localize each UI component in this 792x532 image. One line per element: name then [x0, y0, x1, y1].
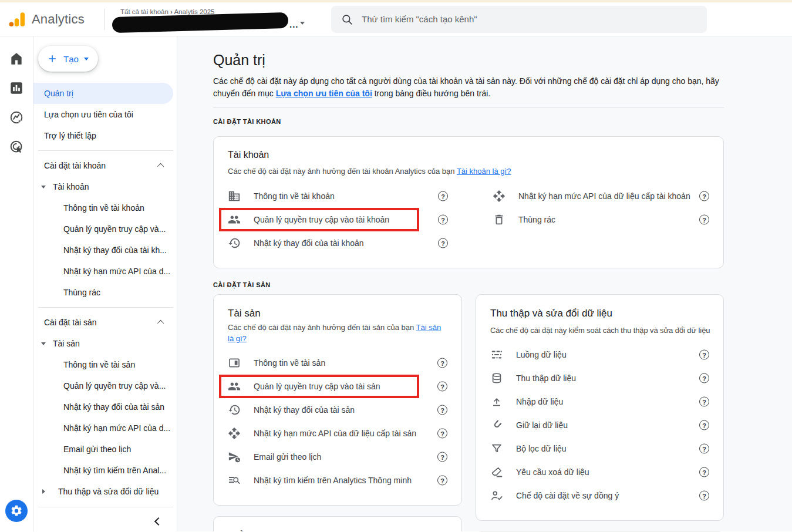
help-icon[interactable]: ? — [699, 467, 709, 477]
search-list-icon — [228, 474, 242, 487]
chevron-up-icon — [157, 320, 164, 326]
sidebar-item-analytics-search-history[interactable]: Nhật ký tìm kiếm trên Anal... — [33, 460, 177, 481]
collapse-sidebar-icon[interactable] — [154, 517, 163, 526]
item-label: Chế độ cài đặt về sự đồng ý — [516, 491, 619, 500]
help-icon[interactable]: ? — [437, 476, 447, 486]
home-icon[interactable] — [9, 51, 24, 66]
page-title: Quản trị — [213, 50, 724, 69]
data-filters-item[interactable]: Bộ lọc dữ liệu ? — [490, 437, 709, 460]
help-icon[interactable]: ? — [699, 191, 709, 201]
property-card-desc: Các chế độ cài đặt này ảnh hưởng đến tài… — [228, 322, 447, 344]
admin-gear-icon[interactable] — [5, 500, 28, 522]
item-label: Nhật ký thay đổi của tài sản — [254, 405, 355, 415]
help-icon[interactable]: ? — [437, 358, 447, 368]
data-import-item[interactable]: Nhập dữ liệu ? — [490, 390, 709, 413]
help-icon[interactable]: ? — [437, 452, 447, 462]
sidebar-section-property-settings[interactable]: Cài đặt tài sản — [33, 312, 177, 333]
property-card-title: Tài sản — [228, 308, 447, 319]
sidebar-item-trash-can[interactable]: Thùng rác — [33, 282, 177, 303]
sidebar-item-account-change-history[interactable]: Nhật ký thay đổi của tài kh... — [33, 240, 177, 261]
sidebar-item-account-api-quota[interactable]: Nhật ký hạn mức API của d... — [33, 261, 177, 282]
help-icon[interactable]: ? — [699, 350, 709, 360]
analytics-search-history-item[interactable]: Nhật ký tìm kiếm trên Analytics Thông mi… — [228, 469, 447, 492]
advertising-icon[interactable] — [9, 139, 24, 154]
sidebar-item-scheduled-emails[interactable]: Email gửi theo lịch — [33, 439, 177, 460]
sidebar-item-account[interactable]: Tài khoản — [33, 176, 177, 197]
account-switcher[interactable]: Tất cả tài khoản › Analytis 2025 ... — [112, 8, 315, 31]
sidebar-item-property[interactable]: Tài sản — [33, 333, 177, 354]
consent-settings-item[interactable]: Chế độ cài đặt về sự đồng ý ? — [490, 484, 709, 507]
item-label: Quản lý quyền truy cập vào tài sản — [254, 382, 380, 391]
item-label: Bộ lọc dữ liệu — [516, 444, 567, 453]
data-collection-card-desc: Các chế độ cài đặt này kiểm soát cách th… — [490, 325, 709, 336]
help-icon[interactable]: ? — [438, 191, 448, 201]
chevron-down-icon[interactable] — [300, 22, 305, 25]
building-icon — [228, 190, 242, 203]
search-icon — [341, 13, 353, 26]
sidebar-item-account-details[interactable]: Thông tin về tài khoản — [33, 197, 177, 218]
property-api-quota-item[interactable]: Nhật ký hạn mức API của dữ liệu cấp tài … — [228, 422, 447, 445]
help-icon[interactable]: ? — [437, 405, 447, 415]
account-change-history-item[interactable]: Nhật ký thay đổi của tài khoản ? — [228, 231, 448, 255]
reports-icon[interactable] — [9, 80, 24, 96]
data-retention-item[interactable]: Giữ lại dữ liệu ? — [490, 413, 709, 437]
property-change-history-item[interactable]: Nhật ký thay đổi của tài sản ? — [228, 398, 447, 422]
my-preferences-link[interactable]: Lựa chọn ưu tiên của tôi — [276, 89, 372, 98]
sidebar-item-label: Quản lý quyền truy cập và... — [63, 381, 166, 390]
history-icon — [228, 403, 242, 416]
property-access-management-item[interactable]: Quản lý quyền truy cập vào tài sản ? — [228, 375, 447, 398]
item-label: Giữ lại dữ liệu — [516, 420, 568, 430]
trash-can-item[interactable]: Thùng rác ? — [493, 208, 709, 231]
redacted-account-name — [112, 12, 289, 32]
divider — [213, 107, 724, 108]
help-icon[interactable]: ? — [699, 397, 709, 407]
account-access-management-item[interactable]: Quản lý quyền truy cập vào tài khoản ? — [228, 208, 448, 231]
account-card: Tài khoản Các chế độ cài đặt này ảnh hưở… — [213, 136, 724, 268]
sidebar-item-my-preferences[interactable]: Lựa chọn ưu tiên của tôi — [33, 104, 177, 125]
sidebar-item-property-details[interactable]: Thông tin về tài sản — [33, 354, 177, 375]
app-header: Analytics Tất cả tài khoản › Analytis 20… — [0, 2, 792, 36]
sidebar-item-setup-assistant[interactable]: Trợ lý thiết lập — [33, 125, 177, 146]
account-details-item[interactable]: Thông tin về tài khoản ? — [228, 184, 448, 208]
help-icon[interactable]: ? — [699, 420, 709, 430]
sidebar-item-admin[interactable]: Quản trị — [33, 83, 173, 104]
help-icon[interactable]: ? — [437, 429, 447, 439]
help-icon[interactable]: ? — [437, 382, 447, 392]
data-collection-card-title: Thu thập và sửa đổi dữ liệu — [490, 308, 709, 319]
chevron-up-icon — [157, 163, 164, 170]
sidebar-item-property-access[interactable]: Quản lý quyền truy cập và... — [33, 375, 177, 396]
item-label: Thông tin về tài khoản — [254, 191, 335, 201]
caret-down-icon — [41, 342, 46, 345]
sidebar-item-data-collection[interactable]: Thu thập và sửa đổi dữ liệu — [33, 481, 177, 502]
caret-down-icon — [41, 186, 46, 188]
sidebar-item-label: Tài sản — [53, 339, 80, 348]
section-header-label: Cài đặt tài sản — [44, 318, 97, 327]
data-streams-item[interactable]: Luồng dữ liệu ? — [490, 343, 709, 366]
sidebar-item-property-api-quota[interactable]: Nhật ký hạn mức API của d... — [33, 417, 177, 439]
sidebar-item-label: Nhật ký hạn mức API của d... — [63, 267, 170, 276]
sidebar-item-account-access[interactable]: Quản lý quyền truy cập và... — [33, 218, 177, 240]
sidebar-item-label: Email gửi theo lịch — [63, 445, 131, 454]
help-icon[interactable]: ? — [438, 238, 448, 248]
intro-text: Các chế độ cài đặt này áp dụng cho tất c… — [213, 75, 724, 100]
data-collection-item[interactable]: Thu thập dữ liệu ? — [490, 366, 709, 390]
item-label: Luồng dữ liệu — [516, 350, 567, 359]
search-bar[interactable] — [331, 6, 707, 33]
help-icon[interactable]: ? — [699, 444, 709, 454]
sidebar-item-property-change-history[interactable]: Nhật ký thay đổi của tài sản — [33, 396, 177, 417]
help-icon[interactable]: ? — [699, 215, 709, 225]
sidebar-section-account-settings[interactable]: Cài đặt tài khoản — [33, 155, 177, 176]
explore-icon[interactable] — [9, 110, 24, 125]
property-details-item[interactable]: Thông tin về tài sản ? — [228, 351, 447, 375]
account-api-quota-item[interactable]: Nhật ký hạn mức API của dữ liệu cấp tài … — [493, 184, 709, 208]
data-deletion-requests-item[interactable]: Yêu cầu xoá dữ liệu ? — [490, 460, 709, 484]
create-button[interactable]: Tạo — [38, 46, 98, 72]
filter-icon — [490, 442, 504, 455]
what-is-account-link[interactable]: Tài khoản là gì? — [457, 167, 511, 176]
scheduled-emails-item[interactable]: Email gửi theo lịch ? — [228, 445, 447, 469]
search-input[interactable] — [362, 14, 697, 24]
help-icon[interactable]: ? — [438, 215, 448, 225]
analytics-logo[interactable]: Analytics — [0, 11, 105, 28]
help-icon[interactable]: ? — [699, 491, 709, 501]
help-icon[interactable]: ? — [699, 373, 709, 383]
